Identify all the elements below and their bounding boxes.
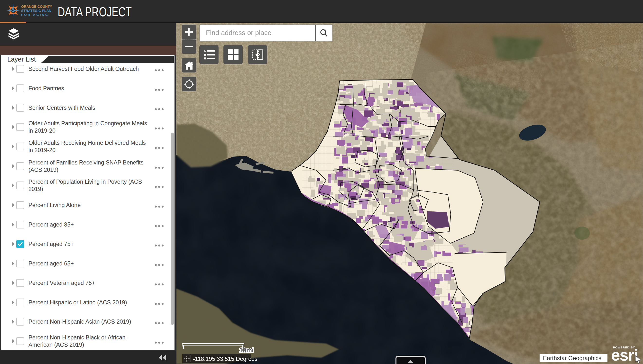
svg-text:10mi: 10mi bbox=[239, 346, 254, 354]
